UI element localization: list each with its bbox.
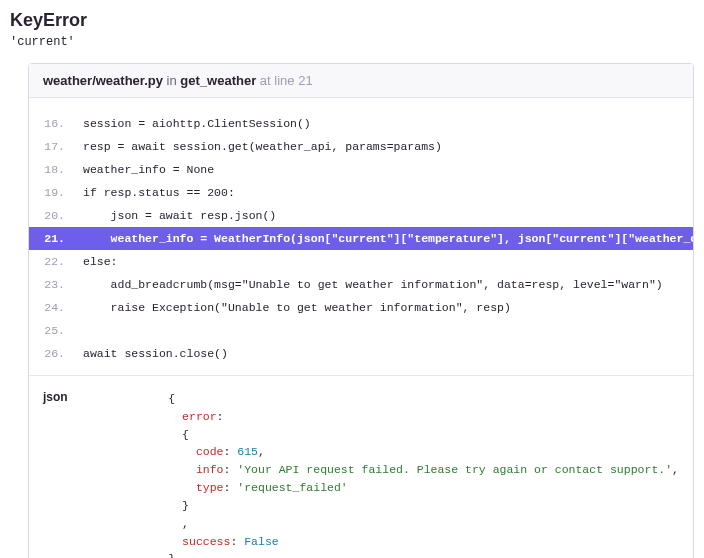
source-code: 16.session = aiohttp.ClientSession()17.r… bbox=[29, 98, 693, 375]
line-number: 24. bbox=[29, 296, 77, 319]
source-line[interactable]: 26.await session.close() bbox=[29, 342, 693, 365]
stack-frame: weather/weather.py in get_weather at lin… bbox=[28, 63, 694, 558]
local-variables: json { error: { code: 615, info: 'Your A… bbox=[29, 375, 693, 558]
frame-file: weather/weather.py bbox=[43, 73, 163, 88]
frame-header[interactable]: weather/weather.py in get_weather at lin… bbox=[29, 64, 693, 98]
line-number: 26. bbox=[29, 342, 77, 365]
line-code: await session.close() bbox=[77, 342, 693, 365]
frame-line-number: 21 bbox=[298, 73, 312, 88]
line-number: 23. bbox=[29, 273, 77, 296]
line-number: 16. bbox=[29, 112, 77, 135]
source-line[interactable]: 16.session = aiohttp.ClientSession() bbox=[29, 112, 693, 135]
line-code: session = aiohttp.ClientSession() bbox=[77, 112, 693, 135]
line-number: 21. bbox=[29, 227, 77, 250]
source-line[interactable]: 24. raise Exception("Unable to get weath… bbox=[29, 296, 693, 319]
line-number: 20. bbox=[29, 204, 77, 227]
source-line-highlighted[interactable]: 21. weather_info = WeatherInfo(json["cur… bbox=[29, 227, 693, 250]
line-number: 19. bbox=[29, 181, 77, 204]
source-line[interactable]: 22.else: bbox=[29, 250, 693, 273]
line-code: weather_info = WeatherInfo(json["current… bbox=[77, 227, 693, 250]
line-number: 25. bbox=[29, 319, 77, 342]
source-line[interactable]: 19.if resp.status == 200: bbox=[29, 181, 693, 204]
line-code: json = await resp.json() bbox=[77, 204, 693, 227]
line-number: 18. bbox=[29, 158, 77, 181]
variable-value: { error: { code: 615, info: 'Your API re… bbox=[168, 390, 679, 558]
line-code: resp = await session.get(weather_api, pa… bbox=[77, 135, 693, 158]
line-code: add_breadcrumb(msg="Unable to get weathe… bbox=[77, 273, 693, 296]
source-line[interactable]: 25. bbox=[29, 319, 693, 342]
line-number: 17. bbox=[29, 135, 77, 158]
source-line[interactable]: 17.resp = await session.get(weather_api,… bbox=[29, 135, 693, 158]
frame-at-word: at line bbox=[260, 73, 295, 88]
source-line[interactable]: 23. add_breadcrumb(msg="Unable to get we… bbox=[29, 273, 693, 296]
line-code bbox=[77, 319, 693, 342]
error-title: KeyError bbox=[10, 10, 694, 31]
error-value: 'current' bbox=[10, 35, 694, 49]
line-code: else: bbox=[77, 250, 693, 273]
variable-name: json bbox=[43, 390, 168, 558]
line-code: weather_info = None bbox=[77, 158, 693, 181]
line-code: if resp.status == 200: bbox=[77, 181, 693, 204]
source-line[interactable]: 20. json = await resp.json() bbox=[29, 204, 693, 227]
line-code: raise Exception("Unable to get weather i… bbox=[77, 296, 693, 319]
source-line[interactable]: 18.weather_info = None bbox=[29, 158, 693, 181]
frame-in-word: in bbox=[167, 73, 177, 88]
frame-function: get_weather bbox=[180, 73, 256, 88]
line-number: 22. bbox=[29, 250, 77, 273]
